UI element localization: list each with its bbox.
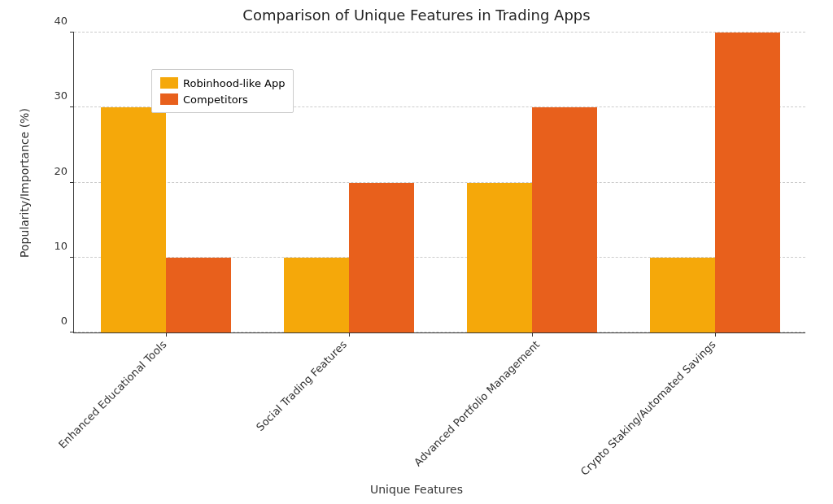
bar-series-a bbox=[650, 258, 715, 332]
plot-area: 0 10 20 30 40 Enhanced Educational Tools… bbox=[73, 33, 805, 333]
legend: Robinhood-like App Competitors bbox=[151, 69, 294, 113]
y-tick-mark bbox=[70, 106, 74, 107]
gridline bbox=[74, 182, 805, 183]
gridline bbox=[74, 32, 805, 33]
bar-series-b bbox=[715, 33, 780, 332]
x-tick-label: Advanced Portfolio Management bbox=[406, 332, 542, 468]
bar-series-a bbox=[284, 258, 349, 332]
y-tick-label: 30 bbox=[54, 89, 74, 102]
y-tick-mark bbox=[70, 332, 74, 332]
legend-swatch-icon bbox=[160, 93, 178, 105]
bar-series-a bbox=[101, 107, 166, 332]
bar-series-b bbox=[349, 183, 414, 333]
x-tick-mark bbox=[715, 332, 716, 337]
y-axis-label: Popularity/Importance (%) bbox=[18, 108, 31, 258]
y-tick-label: 10 bbox=[54, 239, 74, 251]
legend-label: Competitors bbox=[183, 93, 248, 106]
legend-label: Robinhood-like App bbox=[183, 77, 285, 89]
bar-series-b bbox=[532, 107, 597, 332]
y-tick-label: 40 bbox=[54, 15, 74, 27]
legend-item: Robinhood-like App bbox=[160, 75, 285, 91]
y-tick-label: 20 bbox=[54, 164, 74, 176]
y-tick-label: 0 bbox=[61, 315, 74, 327]
y-tick-mark bbox=[70, 32, 74, 33]
legend-swatch-icon bbox=[160, 77, 178, 89]
legend-item: Competitors bbox=[160, 91, 285, 107]
x-tick-mark bbox=[349, 332, 350, 337]
chart-title: Comparison of Unique Features in Trading… bbox=[0, 7, 833, 24]
x-axis-label: Unique Features bbox=[0, 483, 833, 496]
bar-series-b bbox=[166, 258, 231, 332]
x-tick-label: Social Trading Features bbox=[248, 332, 349, 433]
bar-series-a bbox=[467, 183, 532, 333]
x-tick-label: Crypto Staking/Automated Savings bbox=[573, 332, 718, 478]
y-tick-mark bbox=[70, 182, 74, 183]
x-tick-label: Enhanced Educational Tools bbox=[50, 332, 169, 451]
chart-container: Comparison of Unique Features in Trading… bbox=[0, 0, 833, 504]
x-tick-mark bbox=[166, 332, 167, 337]
y-tick-mark bbox=[70, 257, 74, 258]
